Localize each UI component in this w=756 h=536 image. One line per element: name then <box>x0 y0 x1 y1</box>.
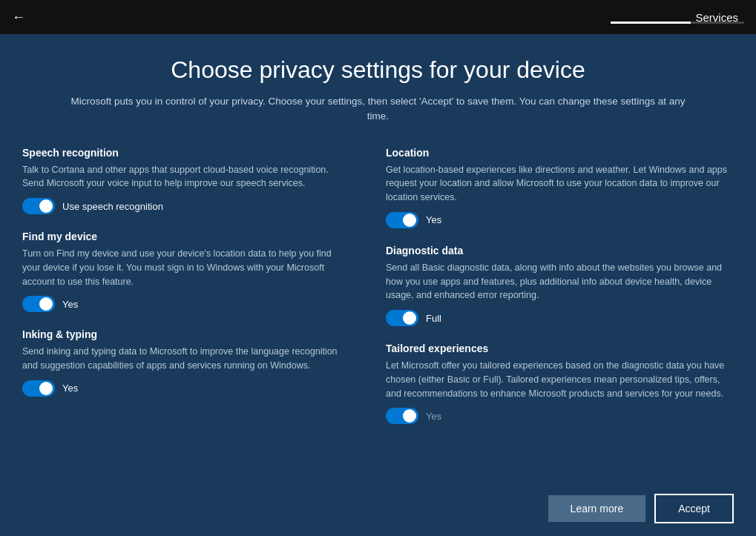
setting-diagnostic-data: Diagnostic data Send all Basic diagnosti… <box>386 245 734 326</box>
speech-recognition-title: Speech recognition <box>22 147 341 159</box>
setting-find-my-device: Find my device Turn on Find my device an… <box>22 231 341 312</box>
find-my-device-desc: Turn on Find my device and use your devi… <box>22 247 341 288</box>
diagnostic-data-desc: Send all Basic diagnostic data, along wi… <box>386 261 734 302</box>
right-panel: Location Get location-based experiences … <box>364 147 734 486</box>
tailored-experiences-desc: Let Microsoft offer you tailored experie… <box>386 359 734 400</box>
left-panel: Speech recognition Talk to Cortana and o… <box>22 147 364 486</box>
setting-tailored-experiences: Tailored experiences Let Microsoft offer… <box>386 343 734 424</box>
speech-recognition-toggle-label: Use speech recognition <box>62 201 163 212</box>
speech-recognition-toggle-row: Use speech recognition <box>22 198 341 214</box>
find-my-device-toggle[interactable] <box>22 296 55 312</box>
inking-typing-title: Inking & typing <box>22 328 341 340</box>
diagnostic-data-title: Diagnostic data <box>386 245 734 257</box>
diagnostic-data-toggle-label: Full <box>426 313 441 324</box>
find-my-device-toggle-row: Yes <box>22 296 341 312</box>
inking-typing-toggle-row: Yes <box>22 380 341 397</box>
inking-typing-desc: Send inking and typing data to Microsoft… <box>22 345 341 373</box>
speech-recognition-desc: Talk to Cortana and other apps that supp… <box>22 163 341 191</box>
find-my-device-toggle-label: Yes <box>62 299 78 310</box>
find-my-device-title: Find my device <box>22 231 341 242</box>
inking-typing-toggle-label: Yes <box>62 383 78 394</box>
speech-recognition-toggle[interactable] <box>22 198 55 214</box>
tailored-experiences-toggle-row: Yes <box>386 408 734 424</box>
tailored-experiences-title: Tailored experiences <box>386 343 734 354</box>
learn-more-button[interactable]: Learn more <box>548 495 646 522</box>
tailored-experiences-toggle[interactable] <box>386 408 418 424</box>
location-desc: Get location-based experiences like dire… <box>386 163 734 205</box>
top-bar: ← Services <box>0 0 756 34</box>
location-toggle-row: Yes <box>386 212 734 228</box>
header-section: Choose privacy settings for your device … <box>0 34 756 139</box>
diagnostic-data-toggle-row: Full <box>386 310 734 326</box>
page-title: Choose privacy settings for your device <box>45 56 711 84</box>
back-icon: ← <box>12 10 25 25</box>
accept-button[interactable]: Accept <box>654 494 734 523</box>
inking-typing-toggle[interactable] <box>22 380 55 397</box>
location-title: Location <box>386 147 734 159</box>
location-toggle-label: Yes <box>426 214 441 225</box>
progress-bar <box>611 21 744 24</box>
back-button[interactable]: ← <box>12 10 25 25</box>
setting-speech-recognition: Speech recognition Talk to Cortana and o… <box>22 147 341 215</box>
right-inner: Location Get location-based experiences … <box>386 147 734 486</box>
setting-location: Location Get location-based experiences … <box>386 147 734 228</box>
content-area: Speech recognition Talk to Cortana and o… <box>0 139 756 486</box>
bottom-bar: Learn more Accept <box>0 480 756 536</box>
progress-fill <box>611 21 691 24</box>
setting-inking-typing: Inking & typing Send inking and typing d… <box>22 328 341 397</box>
diagnostic-data-toggle[interactable] <box>386 310 418 326</box>
tailored-experiences-toggle-label: Yes <box>426 411 441 422</box>
location-toggle[interactable] <box>386 212 418 228</box>
page-subtitle: Microsoft puts you in control of your pr… <box>59 94 697 125</box>
